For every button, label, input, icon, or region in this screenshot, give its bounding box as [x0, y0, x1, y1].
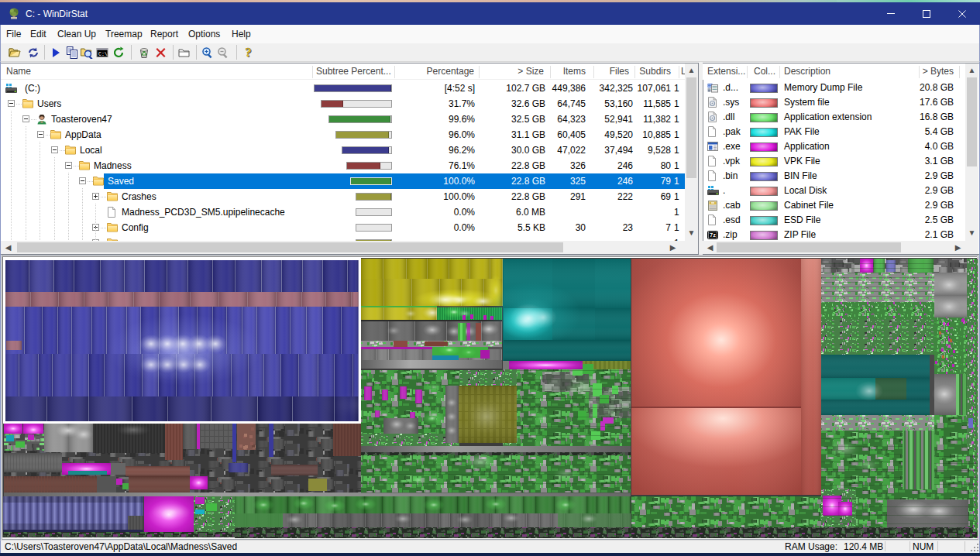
svg-text:7z: 7z: [710, 232, 716, 239]
svg-text:?: ?: [246, 46, 252, 59]
svg-text:C:\: C:\: [98, 52, 108, 57]
